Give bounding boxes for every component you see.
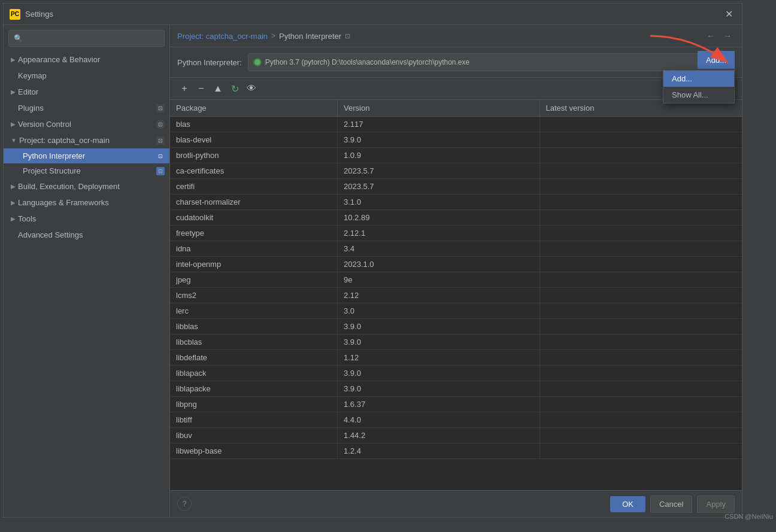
table-row[interactable]: idna 3.4 — [170, 241, 742, 257]
cell-latest — [540, 194, 742, 209]
add-menu-item-add[interactable]: Add... — [663, 71, 734, 87]
ok-button[interactable]: OK — [610, 496, 645, 512]
expand-arrow-icon: ▶ — [11, 121, 16, 127]
eye-button[interactable]: 👁 — [244, 81, 259, 96]
interpreter-select[interactable]: Python 3.7 (pytorch) D:\tools\anaconda\e… — [248, 53, 735, 71]
cell-version: 9e — [338, 272, 540, 287]
sidebar-item-appearance[interactable]: ▶ Appearance & Behavior — [4, 51, 169, 68]
cell-latest — [540, 350, 742, 365]
cell-latest — [540, 117, 742, 132]
cell-latest — [540, 303, 742, 318]
sidebar-item-label: Appearance & Behavior — [18, 55, 100, 64]
sidebar-item-languages[interactable]: ▶ Languages & Frameworks — [4, 194, 169, 211]
sidebar-item-label: Keymap — [18, 71, 47, 80]
table-row[interactable]: blas 2.117 — [170, 117, 742, 132]
cell-package: lcms2 — [170, 288, 338, 303]
remove-package-button[interactable]: − — [194, 81, 208, 96]
sidebar-item-label: Tools — [18, 214, 36, 223]
table-row[interactable]: ca-certificates 2023.5.7 — [170, 163, 742, 179]
sidebar-item-python-interpreter[interactable]: Python Interpreter ⊡ — [4, 148, 169, 163]
cell-version: 3.0 — [338, 303, 540, 318]
table-row[interactable]: freetype 2.12.1 — [170, 226, 742, 241]
apply-button[interactable]: Apply — [697, 495, 735, 513]
title-bar: PC Settings ✕ — [4, 4, 742, 25]
cell-package: liblapacke — [170, 381, 338, 396]
table-row[interactable]: liblapack 3.9.0 — [170, 366, 742, 381]
add-dropdown: Add... Add... Show All... — [698, 51, 735, 69]
sidebar-item-advanced[interactable]: Advanced Settings — [4, 227, 169, 243]
table-row[interactable]: libcblas 3.9.0 — [170, 335, 742, 350]
cell-package: cudatoolkit — [170, 210, 338, 225]
cell-package: libwebp-base — [170, 443, 338, 458]
settings-window: PC Settings ✕ ▶ Appearance & Behavior Ke… — [3, 3, 742, 518]
sidebar-item-project-structure[interactable]: Project Structure ⊡ — [4, 163, 169, 178]
interpreter-value: Python 3.7 (pytorch) D:\tools\anaconda\e… — [265, 58, 721, 66]
table-body: blas 2.117 blas-devel 3.9.0 brotli-pytho… — [170, 117, 742, 459]
table-row[interactable]: charset-normalizer 3.1.0 — [170, 194, 742, 210]
add-menu-item-show-all[interactable]: Show All... — [663, 87, 734, 103]
nav-forward-button[interactable]: → — [720, 30, 735, 42]
reload-button[interactable]: ↻ — [228, 81, 242, 96]
close-button[interactable]: ✕ — [722, 7, 736, 22]
cell-package: libuv — [170, 428, 338, 443]
table-row[interactable]: libuv 1.44.2 — [170, 428, 742, 443]
nav-back-button[interactable]: ← — [704, 30, 718, 42]
sidebar-item-label: Project Structure — [23, 166, 81, 175]
table-row[interactable]: cudatoolkit 10.2.89 — [170, 210, 742, 226]
table-row[interactable]: certifi 2023.5.7 — [170, 179, 742, 194]
cell-version: 1.2.4 — [338, 443, 540, 458]
add-package-button[interactable]: + — [177, 81, 192, 96]
sidebar-item-build[interactable]: ▶ Build, Execution, Deployment — [4, 178, 169, 194]
table-row[interactable]: liblapacke 3.9.0 — [170, 381, 742, 397]
table-row[interactable]: blas-devel 3.9.0 — [170, 132, 742, 148]
cell-package: libdeflate — [170, 350, 338, 365]
breadcrumb-bar: Project: captcha_ocr-main > Python Inter… — [170, 25, 742, 47]
sidebar-item-editor[interactable]: ▶ Editor — [4, 84, 169, 100]
breadcrumb-project-link[interactable]: Project: captcha_ocr-main — [177, 32, 268, 41]
expand-arrow-icon: ▶ — [11, 56, 16, 63]
sidebar-item-plugins[interactable]: Plugins ⊡ — [4, 100, 169, 116]
breadcrumb: Project: captcha_ocr-main > Python Inter… — [177, 32, 704, 41]
cell-latest — [540, 179, 742, 194]
cell-latest — [540, 132, 742, 147]
table-row[interactable]: jpeg 9e — [170, 272, 742, 288]
col-version: Version — [338, 100, 540, 116]
interpreter-status-icon — [253, 58, 262, 66]
table-row[interactable]: lerc 3.0 — [170, 303, 742, 319]
add-button[interactable]: Add... — [698, 51, 735, 69]
sidebar-item-label: Plugins — [18, 104, 44, 113]
table-row[interactable]: intel-openmp 2023.1.0 — [170, 257, 742, 272]
table-row[interactable]: libpng 1.6.37 — [170, 397, 742, 412]
main-content: ▶ Appearance & Behavior Keymap ▶ Editor … — [4, 25, 742, 517]
update-package-button[interactable]: ▲ — [211, 81, 225, 96]
table-row[interactable]: libdeflate 1.12 — [170, 350, 742, 366]
table-header: Package Version Latest version — [170, 100, 742, 117]
sidebar-item-keymap[interactable]: Keymap — [4, 68, 169, 84]
sidebar-item-label: Advanced Settings — [18, 230, 83, 239]
table-row[interactable]: libtiff 4.4.0 — [170, 412, 742, 428]
project-icon: ⊡ — [156, 136, 165, 145]
search-box[interactable] — [8, 30, 165, 47]
packages-table[interactable]: Package Version Latest version blas 2.11… — [170, 100, 742, 490]
table-row[interactable]: libwebp-base 1.2.4 — [170, 443, 742, 459]
expand-arrow-icon: ▼ — [11, 137, 17, 144]
cell-package: jpeg — [170, 272, 338, 287]
cancel-button[interactable]: Cancel — [650, 495, 692, 513]
cell-latest — [540, 381, 742, 396]
table-row[interactable]: brotli-python 1.0.9 — [170, 148, 742, 163]
expand-arrow-icon: ▶ — [11, 215, 16, 222]
sidebar-item-tools[interactable]: ▶ Tools — [4, 211, 169, 227]
cell-package: blas — [170, 117, 338, 132]
cell-version: 3.9.0 — [338, 132, 540, 147]
cell-latest — [540, 272, 742, 287]
help-button[interactable]: ? — [177, 497, 192, 511]
table-row[interactable]: lcms2 2.12 — [170, 288, 742, 303]
sidebar-item-label: Editor — [18, 87, 38, 96]
cell-package: charset-normalizer — [170, 194, 338, 209]
table-row[interactable]: libblas 3.9.0 — [170, 319, 742, 335]
expand-arrow-icon: ▶ — [11, 199, 16, 206]
sidebar-item-project[interactable]: ▼ Project: captcha_ocr-main ⊡ — [4, 132, 169, 148]
search-input[interactable] — [14, 34, 159, 42]
vcs-icon: ⊡ — [156, 120, 165, 129]
sidebar-item-vcs[interactable]: ▶ Version Control ⊡ — [4, 116, 169, 132]
